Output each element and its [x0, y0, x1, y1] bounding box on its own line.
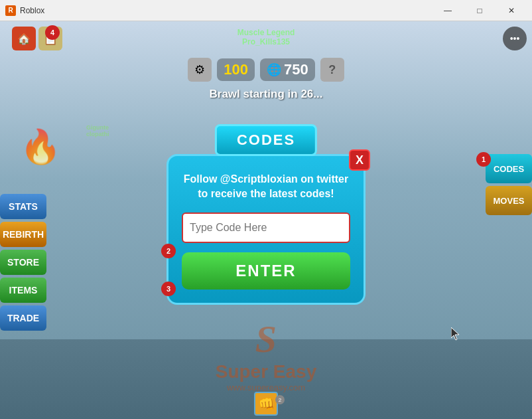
stats-button[interactable]: STATS: [0, 194, 46, 219]
moves-button[interactable]: MOVES: [486, 186, 532, 215]
enter-button[interactable]: ENTER: [182, 252, 350, 290]
svg-marker-0: [451, 327, 459, 340]
watermark: S Super Easy www.supereasy.com: [216, 317, 317, 392]
watermark-url: www.supereasy.com: [216, 382, 317, 392]
titlebar: R Roblox — □ ✕: [0, 0, 532, 21]
more-button[interactable]: •••: [503, 27, 527, 50]
trade-button[interactable]: TRADE: [0, 305, 46, 331]
close-dialog-button[interactable]: X: [349, 149, 370, 171]
brawl-text: Brawl starting in 26...: [210, 88, 323, 100]
follow-text: Follow @Scriptbloxian on twitter to rece…: [182, 172, 350, 202]
left-sidebar: STATS REBIRTH STORE ITEMS TRADE: [0, 194, 46, 331]
code-input[interactable]: [182, 212, 350, 243]
codes-dialog: X Follow @Scriptbloxian on twitter to re…: [166, 154, 366, 305]
right-sidebar: CODES MOVES: [486, 154, 532, 215]
input-badge: 2: [161, 244, 176, 258]
rebirth-button[interactable]: REBIRTH: [0, 222, 46, 247]
titlebar-title: Roblox: [20, 6, 44, 15]
close-button[interactable]: ✕: [496, 0, 527, 21]
maximize-button[interactable]: □: [464, 0, 495, 21]
titlebar-controls: — □ ✕: [432, 0, 527, 21]
fist-badge: 2: [275, 395, 285, 404]
question-icon: ?: [328, 63, 336, 77]
question-button[interactable]: ?: [320, 58, 344, 82]
store-button[interactable]: STORE: [0, 250, 46, 275]
items-button[interactable]: ITEMS: [0, 278, 46, 303]
game-area: 🔥 Muscle Legend Pro_Kills135 ⚙ 100 🌐 750…: [0, 21, 532, 419]
player-name: Muscle Legend Pro_Kills135: [237, 28, 295, 46]
gem-value: 750: [284, 61, 308, 78]
top-bar: ⚙ 100 🌐 750 ?: [0, 58, 532, 82]
fire-effect: 🔥: [20, 127, 61, 166]
gem-display: 🌐 750: [260, 58, 315, 81]
home-button[interactable]: 🏠: [12, 27, 36, 50]
brawl-banner: Brawl starting in 26...: [210, 88, 323, 101]
right-sidebar-badge: 1: [476, 152, 491, 167]
titlebar-icon: R: [5, 5, 16, 16]
gear-icon: ⚙: [194, 62, 205, 77]
coin-display: 100: [217, 58, 255, 81]
enter-badge: 3: [161, 282, 176, 296]
top-icons: ⚙ 100 🌐 750 ?: [188, 58, 344, 82]
mouse-cursor: [451, 327, 459, 339]
coin-value: 100: [224, 61, 248, 78]
codes-title-button[interactable]: CODES: [215, 124, 317, 156]
minimize-button[interactable]: —: [432, 0, 463, 21]
watermark-logo: S: [216, 317, 317, 361]
watermark-text: Super Easy: [216, 361, 317, 382]
gem-icon: 🌐: [267, 62, 281, 77]
gear-button[interactable]: ⚙: [188, 58, 212, 82]
player-label: Gigunteclopathi: [86, 124, 109, 137]
more-icon: •••: [510, 33, 520, 44]
notification-badge: 4: [45, 25, 60, 40]
codes-right-button[interactable]: CODES: [486, 154, 532, 183]
fist-icon[interactable]: 👊: [254, 392, 278, 416]
